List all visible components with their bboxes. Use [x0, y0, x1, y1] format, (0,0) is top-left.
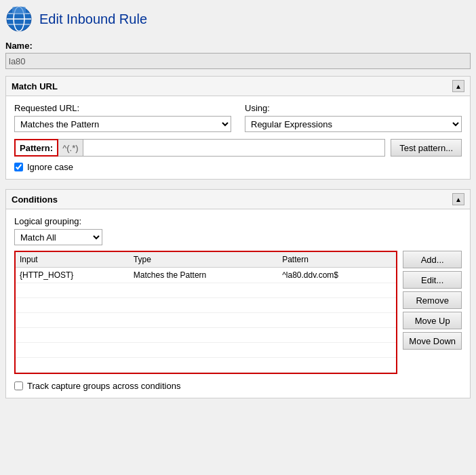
match-url-form-row: Requested URL: Matches the Pattern Using… [14, 103, 462, 132]
using-group: Using: Regular Expressions [245, 103, 462, 132]
table-row-empty-5 [16, 343, 396, 358]
ignore-case-row: Ignore case [14, 162, 462, 172]
track-checkbox-row: Track capture groups across conditions [14, 381, 462, 391]
move-down-button[interactable]: Move Down [403, 332, 462, 350]
conditions-main: Input Type Pattern {HTTP_HOST} Matches t… [14, 251, 462, 374]
page-header: Edit Inbound Rule [5, 5, 471, 33]
cell-input: {HTTP_HOST} [16, 268, 130, 283]
requested-url-label: Requested URL: [14, 103, 231, 113]
match-url-collapse-button[interactable]: ▲ [452, 80, 464, 92]
conditions-table: Input Type Pattern {HTTP_HOST} Matches t… [16, 252, 396, 373]
col-type: Type [130, 252, 278, 268]
match-url-section: Match URL ▲ Requested URL: Matches the P… [5, 76, 471, 180]
remove-condition-button[interactable]: Remove [403, 291, 462, 309]
match-url-title: Match URL [12, 81, 58, 91]
table-row-empty-6 [16, 358, 396, 373]
conditions-buttons: Add... Edit... Remove Move Up Move Down [403, 251, 462, 374]
using-label: Using: [245, 103, 462, 113]
table-row-empty-1 [16, 283, 396, 298]
cell-type: Matches the Pattern [130, 268, 278, 283]
conditions-table-body: {HTTP_HOST} Matches the Pattern ^la80.dd… [16, 268, 396, 373]
ignore-case-label: Ignore case [27, 162, 73, 172]
requested-url-group: Requested URL: Matches the Pattern [14, 103, 231, 132]
page-title: Edit Inbound Rule [39, 12, 147, 27]
conditions-collapse-icon: ▲ [455, 196, 462, 203]
track-capture-label: Track capture groups across conditions [27, 381, 180, 391]
name-section: Name: [5, 41, 471, 69]
table-row-empty-3 [16, 313, 396, 328]
svg-rect-5 [12, 7, 26, 14]
name-input[interactable] [5, 53, 471, 69]
conditions-header: Conditions ▲ [6, 190, 470, 209]
ignore-case-checkbox[interactable] [14, 163, 23, 171]
using-select[interactable]: Regular Expressions [245, 116, 462, 132]
cell-pattern: ^la80.ddv.com$ [278, 268, 396, 283]
move-up-button[interactable]: Move Up [403, 312, 462, 329]
requested-url-select[interactable]: Matches the Pattern [14, 116, 231, 132]
col-input: Input [16, 252, 130, 268]
pattern-label-box: Pattern: [14, 139, 58, 157]
match-url-content: Requested URL: Matches the Pattern Using… [6, 96, 470, 179]
table-row-empty-4 [16, 328, 396, 343]
pattern-row: Pattern: ^(.*) Test pattern... [14, 139, 462, 157]
conditions-content: Logical grouping: Match All Input Type P… [6, 209, 470, 398]
conditions-collapse-button[interactable]: ▲ [452, 193, 464, 205]
app-icon [5, 5, 33, 33]
col-pattern: Pattern [278, 252, 396, 268]
name-label: Name: [5, 41, 471, 51]
collapse-icon: ▲ [455, 83, 462, 90]
pattern-prefix: ^(.*) [58, 139, 83, 157]
conditions-header-row: Input Type Pattern [16, 252, 396, 268]
logical-grouping-label: Logical grouping: [14, 216, 462, 226]
edit-condition-button[interactable]: Edit... [403, 271, 462, 289]
table-row-empty-2 [16, 298, 396, 313]
logical-grouping-select[interactable]: Match All [14, 229, 102, 245]
table-row[interactable]: {HTTP_HOST} Matches the Pattern ^la80.dd… [16, 268, 396, 283]
match-url-header: Match URL ▲ [6, 77, 470, 96]
pattern-label: Pattern: [20, 143, 53, 153]
track-capture-checkbox[interactable] [14, 381, 23, 390]
add-condition-button[interactable]: Add... [403, 251, 462, 268]
test-pattern-button[interactable]: Test pattern... [391, 139, 462, 157]
conditions-table-head: Input Type Pattern [16, 252, 396, 268]
conditions-section: Conditions ▲ Logical grouping: Match All… [5, 189, 471, 398]
conditions-table-wrapper: Input Type Pattern {HTTP_HOST} Matches t… [14, 251, 397, 374]
conditions-title: Conditions [12, 194, 58, 205]
pattern-input[interactable] [83, 139, 386, 157]
